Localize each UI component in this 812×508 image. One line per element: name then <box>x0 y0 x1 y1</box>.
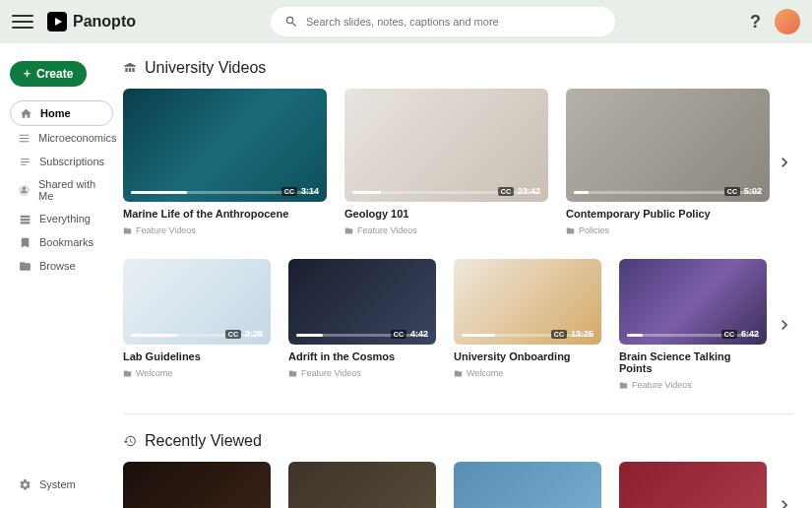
nav-label: Everything <box>39 213 91 224</box>
video-thumbnail[interactable] <box>619 462 767 508</box>
video-meta: Feature Videos <box>123 225 327 235</box>
section-recent-header: Recently Viewed <box>123 432 792 450</box>
nav-label: Browse <box>39 260 76 272</box>
video-title: Brain Science Talking Points <box>619 350 767 374</box>
brand-logo[interactable]: Panopto <box>47 12 136 32</box>
video-thumbnail[interactable]: CC4:42 <box>288 259 436 345</box>
duration-badge: CC6:42 <box>721 329 759 339</box>
help-button[interactable]: ? <box>750 12 761 32</box>
folder-icon <box>288 369 297 378</box>
video-card[interactable] <box>619 462 767 508</box>
duration-badge: CC5:02 <box>724 186 762 196</box>
sidebar-item-shared-with-me[interactable]: Shared with Me <box>10 173 113 207</box>
nav-icon <box>18 131 31 145</box>
video-thumbnail[interactable]: CC23:42 <box>344 89 548 202</box>
video-card[interactable]: CC2:25Lab GuidelinesWelcome <box>123 259 271 390</box>
sidebar-item-bookmarks[interactable]: Bookmarks <box>10 230 113 254</box>
video-card[interactable] <box>454 462 601 508</box>
video-thumbnail[interactable]: CC5:02 <box>566 89 770 202</box>
video-card[interactable]: CC3:14Marine Life of the AnthropoceneFea… <box>123 89 327 235</box>
nav-label: Shared with Me <box>38 178 105 202</box>
folder-icon <box>619 381 628 390</box>
cc-badge: CC <box>225 330 241 339</box>
carousel-next-button[interactable] <box>771 149 798 176</box>
nav-icon <box>18 259 31 273</box>
duration-badge: CC2:25 <box>225 329 263 339</box>
section-university-header: University Videos <box>123 59 792 77</box>
cc-badge: CC <box>721 330 737 339</box>
folder-icon <box>454 369 463 378</box>
video-card[interactable]: CC13:25University OnboardingWelcome <box>454 259 601 390</box>
nav-icon <box>18 155 31 168</box>
video-meta: Welcome <box>123 368 271 378</box>
search-input[interactable] <box>306 16 601 28</box>
create-label: Create <box>36 67 73 81</box>
sidebar-item-subscriptions[interactable]: Subscriptions <box>10 150 113 173</box>
sidebar-item-everything[interactable]: Everything <box>10 207 113 230</box>
nav-icon <box>18 235 31 249</box>
video-title: Marine Life of the Anthropocene <box>123 208 327 220</box>
video-thumbnail[interactable] <box>288 462 436 508</box>
user-avatar[interactable] <box>775 9 800 34</box>
video-meta: Feature Videos <box>619 380 767 390</box>
video-card[interactable] <box>288 462 436 508</box>
gear-icon <box>18 477 31 491</box>
video-thumbnail[interactable]: CC3:14 <box>123 89 327 202</box>
folder-icon <box>123 226 132 235</box>
sidebar-item-home[interactable]: Home <box>10 100 113 126</box>
video-meta: Welcome <box>454 368 601 378</box>
sidebar-item-browse[interactable]: Browse <box>10 254 113 278</box>
cc-badge: CC <box>281 187 297 196</box>
video-meta: Policies <box>566 225 770 235</box>
video-thumbnail[interactable]: CC6:42 <box>619 259 767 345</box>
carousel-next-button[interactable] <box>771 491 798 509</box>
cc-badge: CC <box>391 330 406 339</box>
video-title: Contemporary Public Policy <box>566 208 770 220</box>
cc-badge: CC <box>724 187 740 196</box>
video-title: University Onboarding <box>454 350 601 362</box>
play-logo-icon <box>47 12 67 32</box>
history-icon <box>123 434 137 448</box>
sidebar-item-system[interactable]: System <box>10 473 84 496</box>
folder-icon <box>344 226 353 235</box>
search-icon <box>284 15 298 29</box>
search-box[interactable] <box>271 7 615 36</box>
building-icon <box>123 61 137 75</box>
video-card[interactable] <box>123 462 271 508</box>
cc-badge: CC <box>551 330 567 339</box>
sidebar-item-microeconomics[interactable]: Microeconomics <box>10 126 113 150</box>
duration-badge: CC13:25 <box>551 329 593 339</box>
sidebar-label: System <box>39 478 76 490</box>
sidebar: + Create HomeMicroeconomicsSubscriptions… <box>0 43 123 508</box>
video-meta: Feature Videos <box>344 225 548 235</box>
video-thumbnail[interactable] <box>454 462 601 508</box>
duration-badge: CC4:42 <box>391 329 428 339</box>
carousel-next-button[interactable] <box>771 311 798 339</box>
section-title: University Videos <box>145 59 266 77</box>
video-card[interactable]: CC6:42Brain Science Talking PointsFeatur… <box>619 259 767 390</box>
nav-label: Bookmarks <box>39 236 94 248</box>
nav-label: Subscriptions <box>39 156 104 167</box>
duration-badge: CC23:42 <box>498 186 540 196</box>
cc-badge: CC <box>498 187 514 196</box>
video-meta: Feature Videos <box>288 368 436 378</box>
video-card[interactable]: CC5:02Contemporary Public PolicyPolicies <box>566 89 770 235</box>
folder-icon <box>566 226 575 235</box>
video-thumbnail[interactable]: CC13:25 <box>454 259 601 345</box>
duration-badge: CC3:14 <box>281 186 319 196</box>
brand-name: Panopto <box>73 13 136 31</box>
video-card[interactable]: CC4:42Adrift in the CosmosFeature Videos <box>288 259 436 390</box>
menu-toggle[interactable] <box>12 11 33 32</box>
nav-icon <box>18 183 31 197</box>
divider <box>123 413 792 414</box>
video-thumbnail[interactable] <box>123 462 271 508</box>
video-card[interactable]: CC23:42Geology 101Feature Videos <box>344 89 548 235</box>
create-button[interactable]: + Create <box>10 61 87 87</box>
plus-icon: + <box>24 67 31 81</box>
video-title: Lab Guidelines <box>123 350 271 362</box>
video-thumbnail[interactable]: CC2:25 <box>123 259 271 345</box>
folder-icon <box>123 369 132 378</box>
video-title: Geology 101 <box>344 208 548 220</box>
section-title: Recently Viewed <box>145 432 262 450</box>
video-title: Adrift in the Cosmos <box>288 350 436 362</box>
